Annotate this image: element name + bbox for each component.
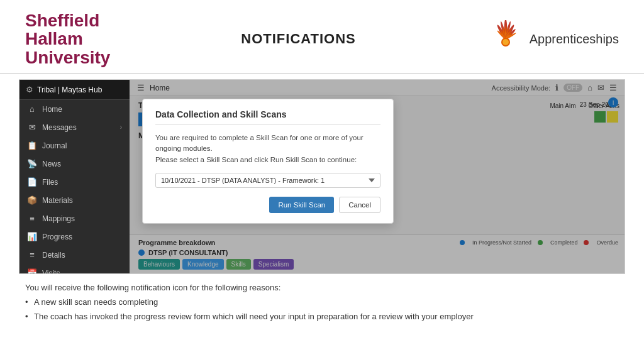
files-icon: 📄 — [27, 177, 37, 187]
progress-icon: 📊 — [27, 232, 37, 241]
sidebar-item-home[interactable]: ⌂ Home — [19, 100, 130, 118]
dialog-box: Data Collection and Skill Scans You are … — [142, 99, 394, 224]
sidebar-label-messages: Messages — [42, 123, 77, 132]
flame-icon — [487, 20, 525, 58]
main-content: ☰ Home Accessibility Mode: ℹ OFF ⌂ ✉ ☰ T… — [130, 80, 625, 273]
info-intro: You will receive the following notificat… — [25, 283, 619, 292]
home-icon: ⌂ — [27, 104, 37, 114]
sidebar-header: ⚙ Tribal | Maytas Hub — [19, 80, 130, 100]
journal-icon: 📋 — [27, 141, 37, 150]
sidebar-item-files[interactable]: 📄 Files — [19, 173, 130, 191]
skill-scan-select[interactable]: 10/10/2021 - DTSP (DATA ANALYST) - Frame… — [155, 173, 380, 188]
sidebar-label-files: Files — [42, 178, 58, 187]
sidebar-item-mappings[interactable]: ≡ Mappings — [19, 209, 130, 228]
sidebar-item-messages[interactable]: ✉ Messages › — [19, 118, 130, 136]
visits-icon: 📅 — [27, 268, 37, 274]
run-skill-scan-button[interactable]: Run Skill Scan — [269, 197, 334, 213]
sidebar-label-news: News — [42, 160, 61, 168]
sidebar-label-home: Home — [42, 105, 62, 114]
page-title: NOTIFICATIONS — [241, 31, 355, 47]
dialog-body: You are required to complete a Skill Sca… — [155, 133, 380, 165]
news-icon: 📡 — [27, 159, 37, 168]
app-name: Tribal | Maytas Hub — [37, 85, 102, 94]
shu-line2: Hallam — [25, 30, 110, 48]
chevron-right-icon: › — [120, 124, 122, 131]
sidebar-label-visits: Visits — [42, 269, 60, 275]
apprenticeships-text: Apprenticeships — [530, 32, 619, 47]
page-header: Sheffield Hallam University NOTIFICATION… — [0, 0, 644, 73]
sidebar-item-journal[interactable]: 📋 Journal — [19, 136, 130, 155]
info-bullet-1: A new skill scan needs completing — [25, 296, 619, 309]
sidebar-item-news[interactable]: 📡 News — [19, 155, 130, 173]
sidebar-label-materials: Materials — [42, 196, 73, 205]
sidebar-item-details[interactable]: ≡ Details — [19, 246, 130, 264]
dialog-body-line1: You are required to complete a Skill Sca… — [155, 134, 364, 152]
dialog-overlay: Data Collection and Skill Scans You are … — [130, 80, 625, 273]
shu-logo: Sheffield Hallam University — [25, 11, 110, 67]
cancel-button[interactable]: Cancel — [339, 197, 380, 213]
messages-icon: ✉ — [27, 123, 37, 132]
info-section: You will receive the following notificat… — [0, 274, 644, 331]
shu-line1: Sheffield — [25, 11, 110, 30]
screenshot-area: ⚙ Tribal | Maytas Hub ⌂ Home ✉ Messages … — [19, 79, 625, 274]
sidebar-label-progress: Progress — [42, 233, 72, 241]
svg-point-9 — [502, 39, 509, 45]
details-icon: ≡ — [27, 250, 37, 260]
info-bullet-2: The coach has invoked the progress revie… — [25, 310, 619, 323]
sidebar-item-progress[interactable]: 📊 Progress — [19, 228, 130, 246]
shu-line3: University — [25, 48, 110, 67]
sidebar-item-materials[interactable]: 📦 Materials — [19, 191, 130, 209]
dialog-title: Data Collection and Skill Scans — [155, 109, 380, 125]
dialog-actions: Run Skill Scan Cancel — [155, 197, 380, 213]
sidebar-nav: ⌂ Home ✉ Messages › 📋 Journal 📡 News 📄 F… — [19, 100, 130, 274]
sidebar-label-mappings: Mappings — [42, 214, 75, 223]
materials-icon: 📦 — [27, 195, 37, 205]
settings-icon: ⚙ — [26, 85, 33, 94]
sidebar-label-journal: Journal — [42, 141, 67, 150]
sidebar-item-visits[interactable]: 📅 Visits — [19, 264, 130, 274]
dialog-body-line2: Please select a Skill Scan and click Run… — [155, 156, 357, 163]
header-divider — [0, 73, 644, 74]
sidebar-label-details: Details — [42, 251, 65, 260]
mappings-icon: ≡ — [27, 214, 37, 223]
sidebar: ⚙ Tribal | Maytas Hub ⌂ Home ✉ Messages … — [19, 80, 130, 273]
info-list: A new skill scan needs completing The co… — [25, 296, 619, 322]
apprenticeships-logo: Apprenticeships — [487, 20, 619, 58]
